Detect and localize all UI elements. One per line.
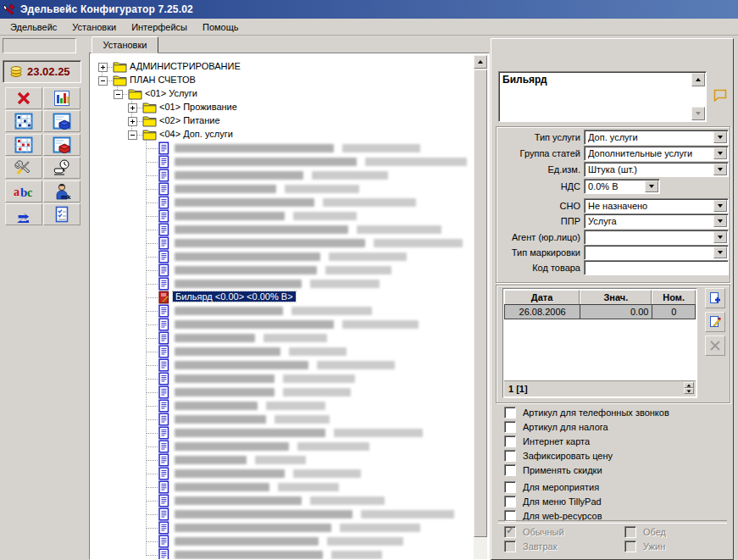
chevron-down-icon[interactable]: [713, 215, 727, 227]
chart-icon[interactable]: [43, 87, 80, 109]
checkbox[interactable]: [504, 464, 516, 476]
redacted-item-text[interactable]: [175, 415, 266, 424]
redacted-item-text[interactable]: [175, 388, 275, 396]
expand-icon[interactable]: [98, 63, 108, 72]
redacted-item-text[interactable]: [175, 158, 357, 166]
expand-icon[interactable]: [128, 117, 137, 126]
redacted-item-text[interactable]: [175, 307, 283, 315]
name-scroll-down-icon[interactable]: [691, 107, 705, 120]
redacted-item-text[interactable]: [175, 524, 331, 532]
add-record-icon[interactable]: [705, 288, 725, 308]
тип-маркировки-select[interactable]: [584, 245, 729, 260]
menu-item-3[interactable]: Интерфейсы: [124, 20, 195, 34]
tree-folder-label[interactable]: <01> Услуги: [145, 88, 197, 98]
ппр-select[interactable]: Услуга: [584, 213, 729, 229]
expand-icon[interactable]: [128, 103, 137, 113]
redacted-item-text[interactable]: [175, 402, 258, 410]
chevron-down-icon[interactable]: [713, 200, 727, 212]
note-icon[interactable]: [712, 87, 727, 103]
redacted-item-text[interactable]: [175, 347, 280, 356]
redacted-item-text[interactable]: [175, 320, 334, 329]
refresh-icon[interactable]: [5, 203, 42, 225]
chevron-down-icon[interactable]: [713, 164, 727, 175]
redacted-item-text[interactable]: [175, 252, 320, 261]
redacted-item-text[interactable]: [175, 144, 334, 152]
redacted-item-text[interactable]: [175, 537, 319, 546]
chevron-down-icon[interactable]: [713, 147, 727, 159]
service-time-icon[interactable]: [43, 157, 80, 179]
delete-record-icon[interactable]: [705, 335, 725, 356]
checkbox[interactable]: [504, 496, 516, 507]
spin-up-icon[interactable]: [684, 382, 694, 388]
checkbox[interactable]: [504, 407, 516, 419]
tools-icon[interactable]: [5, 157, 42, 179]
chevron-down-icon[interactable]: [713, 231, 727, 243]
abc-icon[interactable]: abc: [5, 180, 42, 202]
tree-item-selected[interactable]: Бильярд <0.00> <0.00% В>: [173, 291, 296, 302]
delete-icon[interactable]: [5, 87, 42, 109]
stock-red-icon[interactable]: [43, 134, 80, 156]
column-header-2[interactable]: Знач.: [580, 290, 652, 305]
redacted-item-text[interactable]: [175, 266, 317, 274]
tree-folder-label[interactable]: <01> Проживание: [159, 102, 237, 112]
checkbox[interactable]: [504, 421, 516, 433]
titlebar[interactable]: Эдельвейс Конфигуратор 7.25.02: [0, 0, 738, 19]
scroll-up-icon[interactable]: [474, 55, 487, 69]
tree-folder-label[interactable]: <04> Доп. услуги: [159, 129, 233, 139]
collapse-icon[interactable]: [98, 76, 108, 86]
collapse-icon[interactable]: [128, 130, 137, 140]
tree-folder-label[interactable]: АДМИНИСТРИРОВАНИЕ: [130, 61, 241, 71]
сно-select[interactable]: Не назначено: [584, 198, 729, 213]
menu-item-4[interactable]: Помощь: [195, 20, 247, 34]
history-table[interactable]: ДатаЗнач.Ном. 26.08.20060.000 1 [1]: [502, 288, 697, 398]
menu-item-1[interactable]: Эдельвейс: [3, 20, 64, 34]
calendar-red-icon[interactable]: [5, 134, 42, 156]
группа-статей-select[interactable]: Дополнительные услуги: [584, 146, 729, 161]
redacted-item-text[interactable]: [175, 374, 275, 383]
name-scroll-up-icon[interactable]: [691, 73, 705, 86]
service-name-box[interactable]: Бильярд: [498, 71, 707, 122]
redacted-item-text[interactable]: [175, 442, 289, 451]
edit-record-icon[interactable]: [705, 312, 725, 332]
redacted-item-text[interactable]: [175, 198, 314, 207]
tree-folder-label[interactable]: <02> Питание: [159, 115, 220, 125]
chevron-down-icon[interactable]: [713, 131, 727, 143]
pager-spinner[interactable]: [684, 382, 694, 394]
redacted-item-text[interactable]: [175, 280, 302, 288]
redacted-item-text[interactable]: [175, 496, 302, 505]
scrollbar-thumb[interactable]: [474, 69, 487, 537]
tree-scrollbar[interactable]: [474, 55, 487, 559]
checkbox[interactable]: [504, 481, 516, 493]
column-header-1[interactable]: Дата: [504, 290, 580, 305]
column-header-3[interactable]: Ном.: [652, 290, 696, 305]
redacted-item-text[interactable]: [175, 483, 269, 491]
chevron-down-icon[interactable]: [713, 247, 727, 258]
redacted-item-text[interactable]: [175, 469, 285, 478]
menu-item-2[interactable]: Установки: [64, 20, 124, 34]
tab-ustanovki[interactable]: Установки: [92, 36, 158, 53]
redacted-item-text[interactable]: [175, 510, 352, 518]
staff-icon[interactable]: mk: [43, 180, 80, 202]
redacted-item-text[interactable]: [175, 551, 323, 559]
table-row[interactable]: 26.08.20060.000: [504, 304, 696, 319]
checklist-icon[interactable]: [43, 203, 80, 225]
redacted-item-text[interactable]: [175, 239, 365, 247]
redacted-item-text[interactable]: [175, 456, 247, 464]
redacted-item-text[interactable]: [175, 185, 276, 193]
redacted-item-text[interactable]: [175, 334, 255, 342]
collapse-icon[interactable]: [114, 90, 123, 99]
redacted-item-text[interactable]: [175, 225, 348, 234]
calendar-blue-icon[interactable]: [5, 110, 42, 132]
тип-услуги-select[interactable]: Доп. услуги: [584, 130, 729, 145]
агент-юр-лицо--select[interactable]: [584, 230, 729, 245]
redacted-item-text[interactable]: [175, 361, 308, 369]
chevron-down-icon[interactable]: [645, 180, 658, 192]
checkbox[interactable]: [504, 435, 516, 447]
product-code-input[interactable]: [584, 260, 729, 275]
checkbox[interactable]: [504, 450, 516, 462]
ндс-select[interactable]: 0.0% В: [584, 179, 660, 194]
redacted-item-text[interactable]: [175, 429, 325, 437]
redacted-item-text[interactable]: [175, 171, 303, 180]
spin-down-icon[interactable]: [684, 388, 694, 394]
tree-folder-label[interactable]: ПЛАН СЧЕТОВ: [130, 75, 196, 85]
